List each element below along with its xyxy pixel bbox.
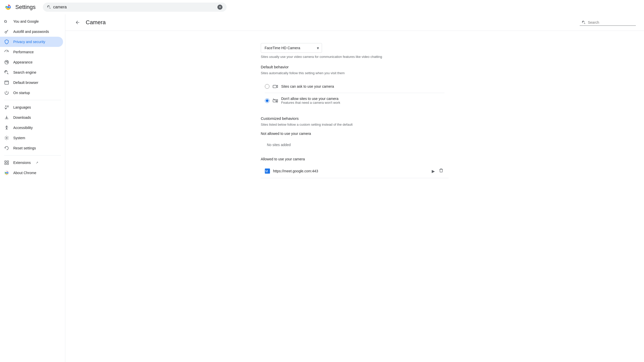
allowed-title: Allowed to use your camera bbox=[261, 157, 449, 161]
g-icon: G bbox=[4, 19, 9, 24]
svg-line-6 bbox=[7, 51, 8, 52]
back-button[interactable] bbox=[73, 18, 82, 27]
sidebar-item-downloads[interactable]: Downloads bbox=[0, 112, 63, 123]
search-icon bbox=[4, 70, 9, 75]
site-row: M https://meet.google.com:443 ▶ bbox=[261, 164, 449, 178]
external-link-icon: ↗ bbox=[36, 161, 38, 164]
sidebar-label-default-browser: Default browser bbox=[13, 81, 38, 85]
allow-camera-radio[interactable] bbox=[265, 84, 269, 89]
sidebar-label-downloads: Downloads bbox=[13, 115, 31, 120]
accessibility-icon bbox=[4, 125, 9, 130]
not-allowed-section: Not allowed to use your camera No sites … bbox=[261, 132, 449, 151]
default-behavior-section: Default behavior Sites automatically fol… bbox=[261, 65, 449, 108]
allow-camera-option[interactable]: Sites can ask to use your camera bbox=[261, 80, 449, 93]
main-content: Camera FaceTime HD Camera Sites usually … bbox=[65, 14, 644, 362]
content-header-left: Camera bbox=[73, 18, 106, 27]
sidebar-label-accessibility: Accessibility bbox=[13, 126, 33, 130]
block-camera-label: Don't allow sites to use your camera Fea… bbox=[281, 97, 340, 105]
sidebar-label-appearance: Appearance bbox=[13, 60, 33, 64]
sidebar-label-about-chrome: About Chrome bbox=[13, 171, 36, 175]
svg-point-5 bbox=[5, 31, 7, 33]
reset-icon bbox=[4, 146, 9, 151]
svg-rect-17 bbox=[5, 163, 6, 165]
svg-point-7 bbox=[5, 60, 9, 64]
header-search[interactable] bbox=[580, 19, 636, 26]
svg-text:M: M bbox=[265, 170, 268, 173]
svg-point-13 bbox=[6, 126, 7, 127]
svg-rect-22 bbox=[273, 85, 277, 88]
allowed-section: Allowed to use your camera M https://mee… bbox=[261, 157, 449, 178]
site-expand-icon[interactable]: ▶ bbox=[432, 169, 435, 174]
block-camera-radio[interactable] bbox=[265, 98, 269, 103]
sidebar-item-about-chrome[interactable]: About Chrome bbox=[0, 168, 63, 178]
sidebar-divider-2 bbox=[4, 155, 61, 156]
svg-point-3 bbox=[7, 6, 9, 8]
top-search-input[interactable] bbox=[53, 5, 215, 9]
sidebar-label-search-engine: Search engine bbox=[13, 70, 36, 74]
sidebar-item-privacy[interactable]: Privacy and security bbox=[0, 37, 63, 47]
site-delete-icon[interactable] bbox=[438, 167, 444, 175]
default-behavior-title: Default behavior bbox=[261, 65, 449, 69]
sidebar-label-extensions: Extensions bbox=[13, 161, 31, 165]
sidebar-item-extensions[interactable]: Extensions ↗ bbox=[0, 158, 63, 168]
camera-off-icon bbox=[273, 98, 278, 104]
sidebar-item-reset-settings[interactable]: Reset settings bbox=[0, 143, 63, 153]
sidebar-label-languages: Languages bbox=[13, 105, 31, 109]
svg-point-9 bbox=[7, 61, 7, 62]
main-layout: G You and Google Autofill and passwords … bbox=[0, 14, 644, 362]
camera-select-section: FaceTime HD Camera bbox=[261, 43, 449, 53]
sidebar-item-appearance[interactable]: Appearance bbox=[0, 57, 63, 67]
sidebar-item-on-startup[interactable]: On startup bbox=[0, 88, 63, 98]
svg-point-21 bbox=[6, 172, 7, 174]
customized-behaviors-title: Customized behaviors bbox=[261, 116, 449, 121]
sidebar-item-search-engine[interactable]: Search engine bbox=[0, 67, 63, 77]
top-search-bar[interactable]: ✕ bbox=[43, 3, 227, 12]
no-sites-label: No sites added bbox=[261, 139, 449, 151]
camera-select[interactable]: FaceTime HD Camera bbox=[261, 43, 322, 53]
sidebar-item-accessibility[interactable]: Accessibility bbox=[0, 123, 63, 133]
sidebar-item-languages[interactable]: Languages bbox=[0, 102, 63, 112]
customized-behaviors-desc: Sites listed below follow a custom setti… bbox=[261, 123, 449, 126]
translate-icon bbox=[4, 105, 9, 110]
sidebar-label-system: System bbox=[13, 136, 25, 140]
header-search-input[interactable] bbox=[588, 20, 634, 24]
sidebar-item-autofill[interactable]: Autofill and passwords bbox=[0, 27, 63, 37]
svg-text:G: G bbox=[4, 19, 7, 23]
camera-description: Sites usually use your video camera for … bbox=[261, 55, 449, 59]
sidebar-item-system[interactable]: System bbox=[0, 133, 63, 143]
sidebar-label-privacy: Privacy and security bbox=[13, 40, 45, 44]
sidebar-label-autofill: Autofill and passwords bbox=[13, 30, 49, 34]
browser-icon bbox=[4, 80, 9, 85]
chrome-logo-icon bbox=[4, 3, 12, 11]
content-body: FaceTime HD Camera Sites usually use you… bbox=[253, 31, 457, 184]
download-icon bbox=[4, 115, 9, 120]
settings-title: Settings bbox=[15, 4, 36, 10]
page-title: Camera bbox=[86, 19, 106, 26]
search-clear-button[interactable]: ✕ bbox=[217, 5, 222, 10]
sidebar-label-reset-settings: Reset settings bbox=[13, 146, 36, 150]
default-behavior-desc: Sites automatically follow this setting … bbox=[261, 71, 449, 75]
sidebar-item-default-browser[interactable]: Default browser bbox=[0, 77, 63, 88]
svg-point-8 bbox=[6, 61, 6, 62]
sidebar-label-performance: Performance bbox=[13, 50, 34, 54]
sidebar-item-you-and-google[interactable]: G You and Google bbox=[0, 16, 63, 27]
sidebar: G You and Google Autofill and passwords … bbox=[0, 14, 65, 362]
svg-rect-16 bbox=[7, 161, 9, 162]
camera-icon bbox=[273, 84, 278, 89]
svg-point-10 bbox=[7, 62, 8, 63]
header-search-icon bbox=[582, 20, 586, 24]
sidebar-item-performance[interactable]: Performance bbox=[0, 47, 63, 57]
not-allowed-title: Not allowed to use your camera bbox=[261, 132, 449, 136]
svg-point-14 bbox=[6, 137, 7, 139]
allow-camera-label: Sites can ask to use your camera bbox=[281, 84, 334, 88]
content-header: Camera bbox=[65, 14, 644, 31]
sidebar-divider-1 bbox=[4, 100, 61, 100]
svg-rect-15 bbox=[5, 161, 6, 162]
topbar: Settings ✕ bbox=[0, 0, 644, 14]
palette-icon bbox=[4, 60, 9, 65]
camera-select-wrapper[interactable]: FaceTime HD Camera bbox=[261, 43, 322, 53]
chrome-about-icon bbox=[4, 170, 9, 175]
block-camera-option[interactable]: Don't allow sites to use your camera Fea… bbox=[261, 93, 449, 108]
key-icon bbox=[4, 29, 9, 34]
sidebar-label-on-startup: On startup bbox=[13, 91, 30, 95]
